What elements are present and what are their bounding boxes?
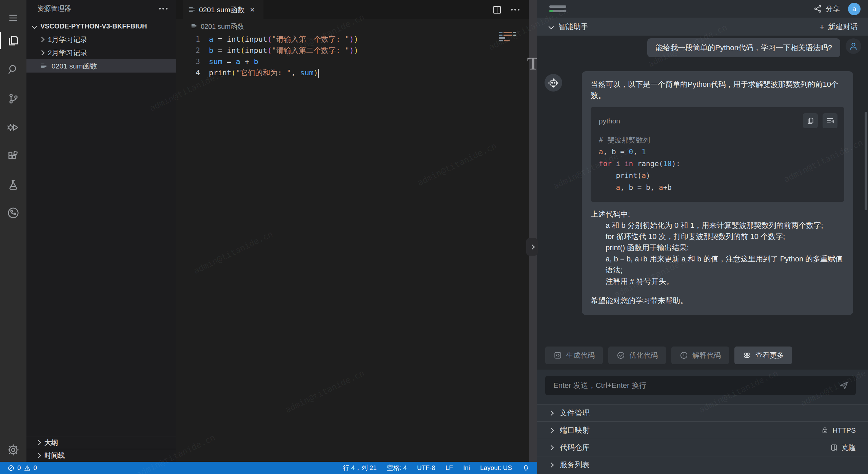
insert-code-icon[interactable] <box>823 113 837 128</box>
copy-code-icon[interactable] <box>803 113 818 128</box>
explain-bullet: a, b = b, a+b 用来更新 a 和 b 的值，注意这里用到了 Pyth… <box>606 253 844 276</box>
action-解释代码[interactable]: 解释代码 <box>671 347 729 364</box>
chat-code-line: for i in range(10): <box>599 158 836 170</box>
share-icon <box>813 4 822 13</box>
share-button[interactable]: 分享 <box>813 4 840 14</box>
errors-icon <box>7 465 15 472</box>
expand-panel-button[interactable] <box>526 238 538 256</box>
section-大纲[interactable]: 大纲 <box>26 436 176 449</box>
split-editor-icon[interactable] <box>492 5 502 15</box>
app-window: 资源管理器 VSCODE-PYTHON-V3-BKFFBIUH1月学习记录2月学… <box>0 0 868 474</box>
explorer-sidebar: 资源管理器 VSCODE-PYTHON-V3-BKFFBIUH1月学习记录2月学… <box>26 0 176 462</box>
action-查看更多[interactable]: 查看更多 <box>734 347 792 364</box>
panel-accordion: 文件管理端口映射HTTPS代码仓库克隆服务列表 <box>537 404 868 474</box>
activity-settings-icon[interactable] <box>0 438 26 462</box>
grid-icon <box>743 351 751 360</box>
activity-explorer-icon[interactable] <box>0 29 26 53</box>
text-cursor <box>318 69 319 78</box>
problems-indicator[interactable]: 0 0 <box>7 464 37 472</box>
activity-run-debug-icon[interactable] <box>0 116 26 139</box>
tree-item-2月学习记录[interactable]: 2月学习记录 <box>26 46 176 59</box>
chevron-icon <box>39 37 45 42</box>
tree-item-1月学习记录[interactable]: 1月学习记录 <box>26 33 176 46</box>
section-时间线[interactable]: 时间线 <box>26 449 176 462</box>
panel-handle-icon[interactable] <box>549 3 566 14</box>
tab-bar: 0201 sum函数 × <box>176 0 529 19</box>
user-person-icon <box>846 38 861 54</box>
user-avatar-badge[interactable]: a <box>848 3 861 15</box>
activity-remote-icon[interactable] <box>0 201 26 225</box>
explain-bullet: for 循环迭代 10 次，打印斐波那契数列的前 10 个数字; <box>606 231 844 242</box>
warnings-count: 0 <box>34 464 37 472</box>
explain-bullet: a 和 b 分别初始化为 0 和 1，用来计算斐波那契数列的前两个数字; <box>606 220 844 231</box>
accordion-extra-克隆[interactable]: 克隆 <box>830 443 856 452</box>
chat-area: 能给我一段简单的Python代码，学习一下相关语法吗? 当然可以，以下是一个简单… <box>537 36 868 346</box>
activity-menu-icon[interactable] <box>0 6 26 30</box>
code-language-label: python <box>599 115 798 126</box>
editor-area: 0201 sum函数 × 0201 sum函数 1a = int(input("… <box>176 0 529 462</box>
chevron-icon <box>549 445 554 450</box>
code-card: python # 斐波那契数列a, b = 0, 1for i in range… <box>591 107 844 202</box>
accordion-端口映射[interactable]: 端口映射HTTPS <box>537 421 868 439</box>
lock-icon <box>821 426 829 434</box>
tab-title: 0201 sum函数 <box>199 5 244 15</box>
errors-count: 0 <box>17 464 21 472</box>
editor-more-icon[interactable] <box>511 9 519 11</box>
tree-item-VSCODE-PYTHON-V3-BKFFBIUH[interactable]: VSCODE-PYTHON-V3-BKFFBIUH <box>26 20 176 33</box>
assistant-topbar: 分享 a <box>537 0 868 18</box>
bell-icon[interactable] <box>522 464 530 472</box>
assistant-header[interactable]: 智能助手 + 新建对话 <box>537 18 868 36</box>
accordion-extra-HTTPS[interactable]: HTTPS <box>821 426 856 434</box>
chat-input-placeholder: Enter 发送，Ctrl+Enter 换行 <box>553 380 839 391</box>
accordion-文件管理[interactable]: 文件管理 <box>537 404 868 421</box>
info-circle-icon <box>679 351 688 360</box>
activity-testing-icon[interactable] <box>0 173 26 197</box>
status-LF[interactable]: LF <box>446 464 453 472</box>
tab-close-icon[interactable]: × <box>250 6 255 14</box>
file-tree: VSCODE-PYTHON-V3-BKFFBIUH1月学习记录2月学习记录020… <box>26 20 176 73</box>
explain-bullet: 注释用 # 符号开头。 <box>606 276 844 287</box>
editor-right-scrollbar[interactable]: T <box>529 0 537 462</box>
action-优化代码[interactable]: 优化代码 <box>608 347 666 364</box>
chat-input[interactable]: Enter 发送，Ctrl+Enter 换行 <box>545 376 856 395</box>
code-editor[interactable]: 1a = int(input("请输入第一个数字: "))2b = int(in… <box>176 34 529 78</box>
robot-icon <box>545 74 562 92</box>
minimap[interactable] <box>499 32 519 43</box>
repo-icon <box>830 443 838 452</box>
tree-item-0201 sum函数[interactable]: 0201 sum函数 <box>26 59 176 73</box>
status-行 4，列 21[interactable]: 行 4，列 21 <box>343 463 377 472</box>
code-line-4: 4print("它们的和为: ", sum) <box>176 67 529 78</box>
assistant-title: 智能助手 <box>558 22 588 32</box>
status-bar: 0 0 行 4，列 21空格: 4UTF-8LFIniLayout: US <box>0 462 537 474</box>
check-circle-icon <box>616 351 625 360</box>
accordion-服务列表[interactable]: 服务列表 <box>537 456 868 473</box>
status-UTF-8[interactable]: UTF-8 <box>417 464 435 472</box>
code-line-1: 1a = int(input("请输入第一个数字: ")) <box>176 34 529 45</box>
status-Layout: US[interactable]: Layout: US <box>480 464 512 472</box>
explorer-more-icon[interactable] <box>159 8 167 9</box>
chat-scrollbar[interactable] <box>865 112 867 210</box>
breadcrumb[interactable]: 0201 sum函数 <box>176 19 529 34</box>
code-line-3: 3sum = a + b <box>176 56 529 67</box>
status-Ini[interactable]: Ini <box>463 464 470 472</box>
code-line-2: 2b = int(input("请输入第二个数字: ")) <box>176 45 529 56</box>
chat-input-band: Enter 发送，Ctrl+Enter 换行 <box>537 370 868 404</box>
new-chat-button[interactable]: + 新建对话 <box>820 22 858 32</box>
chevron-icon <box>32 24 37 29</box>
file-list-icon <box>40 62 47 70</box>
assistant-intro: 当然可以，以下是一个简单的Python代码，用于求解斐波那契数列的前10个数。 <box>591 79 844 101</box>
chat-code-line: print(a) <box>599 170 836 182</box>
status-空格: 4[interactable]: 空格: 4 <box>387 463 407 472</box>
action-生成代码[interactable]: 生成代码 <box>545 347 603 364</box>
activity-search-icon[interactable] <box>0 58 26 81</box>
send-icon[interactable] <box>839 380 849 391</box>
accordion-代码仓库[interactable]: 代码仓库克隆 <box>537 439 868 456</box>
sidebar-bottom-sections: 大纲时间线 <box>26 436 176 462</box>
closing-text: 希望能对您的学习带来帮助。 <box>591 295 844 306</box>
activity-source-control-icon[interactable] <box>0 87 26 111</box>
activity-extensions-icon[interactable] <box>0 144 26 168</box>
warnings-icon <box>24 465 31 472</box>
user-message: 能给我一段简单的Python代码，学习一下相关语法吗? <box>647 38 840 57</box>
tab-sum-file[interactable]: 0201 sum函数 × <box>183 0 263 19</box>
file-list-icon <box>191 23 197 30</box>
